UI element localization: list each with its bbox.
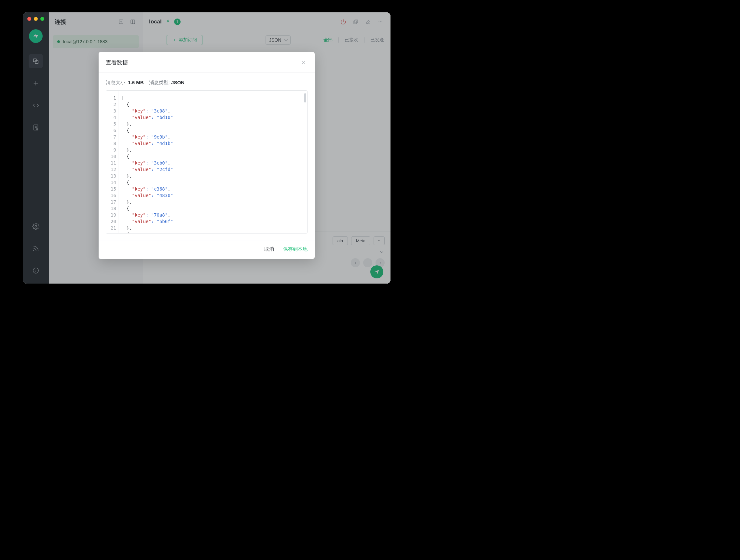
view-data-modal: 查看数据 消息大小: 1.6 MB 消息类型: JSON 12345678910…: [99, 52, 315, 259]
message-type-label: 消息类型:: [149, 80, 170, 85]
window-traffic-lights[interactable]: [27, 17, 44, 21]
message-size-value: 1.6 MB: [128, 80, 144, 85]
modal-close-icon[interactable]: [300, 59, 307, 66]
message-type-value: JSON: [171, 80, 185, 85]
code-viewer[interactable]: 12345678910111213141516171819202122 [ { …: [106, 90, 307, 233]
modal-overlay[interactable]: 查看数据 消息大小: 1.6 MB 消息类型: JSON 12345678910…: [23, 12, 390, 284]
scrollbar-thumb[interactable]: [304, 93, 306, 102]
window-minimize-icon[interactable]: [34, 17, 38, 21]
window-maximize-icon[interactable]: [40, 17, 44, 21]
window-close-icon[interactable]: [27, 17, 31, 21]
cancel-button[interactable]: 取消: [264, 246, 274, 252]
save-local-button[interactable]: 保存到本地: [283, 246, 307, 252]
message-size-label: 消息大小:: [106, 80, 126, 85]
code-content: [ { "key": "3c08", "value": "bd10" }, { …: [118, 91, 307, 233]
modal-title: 查看数据: [106, 59, 300, 66]
line-gutter: 12345678910111213141516171819202122: [106, 91, 118, 233]
